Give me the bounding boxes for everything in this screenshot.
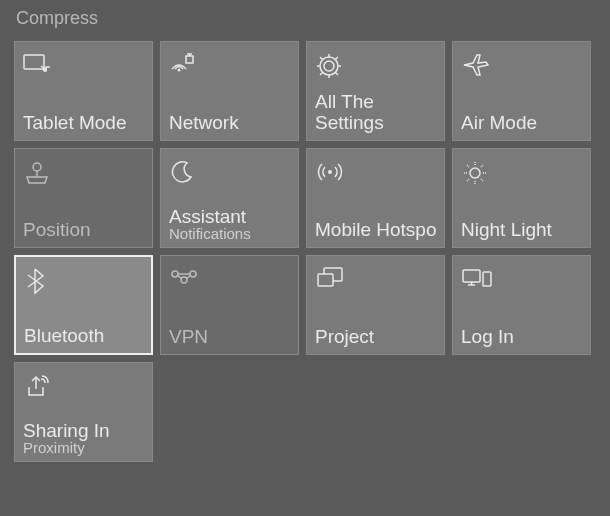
panel-header: Compress (16, 8, 596, 29)
tile-log-in[interactable]: Log In (452, 255, 591, 355)
tablet-mode-icon (23, 52, 144, 80)
svg-point-18 (470, 168, 480, 178)
tile-tablet-mode[interactable]: Tablet Mode (14, 41, 153, 141)
svg-line-24 (481, 179, 483, 181)
tile-label: Air Mode (461, 113, 582, 134)
network-icon (169, 52, 290, 80)
connect-icon (461, 266, 582, 294)
svg-point-29 (190, 271, 196, 277)
tile-label: Project (315, 327, 436, 348)
tile-position[interactable]: Position (14, 148, 153, 248)
tile-sublabel: Notifications (169, 226, 290, 241)
svg-point-7 (320, 57, 338, 75)
svg-point-2 (178, 69, 181, 72)
project-icon (315, 266, 436, 294)
svg-point-6 (324, 61, 334, 71)
svg-point-1 (43, 68, 47, 72)
tile-label: Tablet Mode (23, 113, 144, 134)
svg-rect-35 (463, 270, 480, 282)
location-icon (23, 159, 144, 187)
gear-icon (315, 52, 436, 80)
svg-rect-38 (483, 272, 491, 286)
svg-rect-34 (318, 274, 333, 286)
tile-vpn[interactable]: VPN (160, 255, 299, 355)
tile-label: VPN (169, 327, 290, 348)
tile-label: Network (169, 113, 290, 134)
tile-mobile-hotspot[interactable]: Mobile Hotspot (306, 148, 445, 248)
moon-icon (169, 159, 290, 187)
sun-icon (461, 159, 582, 187)
svg-point-28 (181, 277, 187, 283)
tile-sharing-proximity[interactable]: Sharing In Proximity (14, 362, 153, 462)
svg-line-12 (320, 57, 323, 60)
svg-line-30 (177, 275, 182, 279)
tile-all-settings[interactable]: All The Settings (306, 41, 445, 141)
tile-night-light[interactable]: Night Light (452, 148, 591, 248)
airplane-icon (461, 52, 582, 80)
svg-line-23 (467, 165, 469, 167)
svg-line-25 (467, 179, 469, 181)
tile-air-mode[interactable]: Air Mode (452, 41, 591, 141)
tile-assistant-notifications[interactable]: Assistant Notifications (160, 148, 299, 248)
tile-bluetooth[interactable]: Bluetooth (14, 255, 153, 355)
tile-project[interactable]: Project (306, 255, 445, 355)
svg-line-13 (336, 73, 339, 76)
hotspot-icon (315, 159, 436, 187)
tile-label: Position (23, 220, 144, 241)
svg-rect-3 (186, 56, 193, 63)
svg-point-16 (33, 163, 41, 171)
share-icon (23, 373, 144, 401)
tile-network[interactable]: Network (160, 41, 299, 141)
tile-label: Night Light (461, 220, 582, 241)
svg-point-17 (328, 170, 332, 174)
tile-label: All The Settings (315, 92, 436, 134)
quick-actions-grid: Tablet Mode Network (14, 41, 596, 462)
svg-point-27 (172, 271, 178, 277)
tile-sublabel: Proximity (23, 440, 144, 455)
svg-line-26 (481, 165, 483, 167)
tile-label: Log In (461, 327, 582, 348)
tile-label: Bluetooth (24, 326, 143, 347)
tile-label: Mobile Hotspot (315, 220, 436, 241)
bluetooth-icon (24, 267, 143, 295)
svg-line-14 (320, 73, 323, 76)
vpn-icon (169, 266, 290, 294)
svg-line-15 (336, 57, 339, 60)
svg-line-31 (186, 275, 191, 279)
